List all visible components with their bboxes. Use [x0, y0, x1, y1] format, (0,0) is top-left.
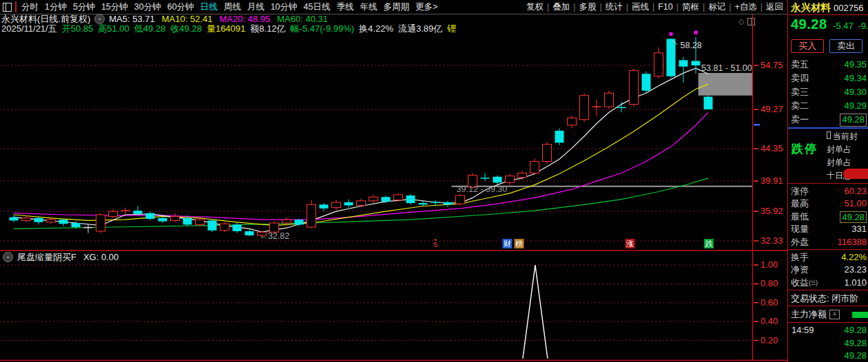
- svg-text:榜: 榜: [515, 239, 523, 248]
- seal-info-line: 封单占: [827, 156, 868, 169]
- stat-value: 23.23: [844, 264, 867, 276]
- stat-value: 331: [851, 223, 867, 235]
- svg-text:39.91: 39.91: [761, 175, 783, 186]
- main-force-row: 主力净额 ≡: [788, 308, 868, 321]
- ask-queue: 卖五49.35卖四49.34卖三49.30卖二49.29卖一49.28: [788, 58, 868, 127]
- time-sales: 14:5949.2849.2849.28: [788, 324, 868, 362]
- stat-row-现量: 现量331: [788, 223, 868, 235]
- seal-icon: [827, 131, 831, 139]
- sell-button[interactable]: 卖出: [829, 39, 862, 53]
- stats2-block: 换手4.22%净资23.23收益㈢1.010: [788, 251, 868, 289]
- ask-price: 49.30: [844, 85, 867, 99]
- stat-value: 116388: [838, 236, 867, 248]
- stat-label: 最高: [791, 198, 809, 210]
- seal-info-line: 当前封: [827, 130, 868, 143]
- stat-row-最低: 最低49.28: [788, 211, 868, 223]
- price-change-pct: -9.9: [858, 21, 868, 31]
- trade-status: 交易状态: 闭市阶: [788, 292, 868, 305]
- bid-ask-divider: [788, 127, 868, 129]
- ask-row-卖五[interactable]: 卖五49.35: [788, 58, 868, 72]
- stat-row-最高: 最高51.00: [788, 198, 868, 210]
- stat-row-净资: 净资23.23: [788, 264, 868, 276]
- svg-text:35.92: 35.92: [761, 206, 783, 216]
- tick-time: 14:59: [792, 324, 814, 337]
- stat-value: 4.22%: [841, 251, 867, 264]
- svg-text:32.33: 32.33: [761, 235, 783, 246]
- quote-panel: 49.28 -5.47 -9.9 买入 卖出 卖五49.35卖四49.34卖三4…: [787, 0, 868, 362]
- main-force-bar: [852, 312, 868, 318]
- ask-price: 49.28: [840, 114, 867, 127]
- svg-text:涨: 涨: [626, 239, 634, 248]
- svg-text:39.12 - 39.30: 39.12 - 39.30: [457, 184, 508, 194]
- last-price: 49.28: [791, 17, 827, 32]
- tick-price: 49.28: [844, 324, 867, 337]
- stat-value: 1.010: [844, 277, 867, 289]
- svg-text:58.28: 58.28: [681, 41, 702, 50]
- svg-text:53.81 - 51.00: 53.81 - 51.00: [701, 63, 752, 73]
- svg-text:财: 财: [504, 239, 511, 248]
- svg-text:44.35: 44.35: [761, 143, 783, 153]
- indicator-value: XG: 0.00: [83, 252, 118, 262]
- limit-down-block: 跌停 当前封封单占封单占十日总: [788, 129, 868, 182]
- stat-label: 外盘: [791, 236, 809, 248]
- svg-text:s: s: [433, 239, 437, 249]
- ask-row-卖二[interactable]: 卖二49.29: [788, 99, 868, 113]
- stat-label: 最低: [791, 211, 809, 223]
- seal-gauge-pill: [843, 169, 868, 179]
- ask-row-卖三[interactable]: 卖三49.30: [788, 85, 868, 99]
- price-change: -5.47: [833, 21, 854, 31]
- tick-row: 49.28: [788, 350, 868, 362]
- stat-label: 涨停: [791, 185, 809, 198]
- ask-price: 49.29: [844, 99, 867, 113]
- indicator-label-row: ⌄ 尾盘缩量阴买F XG: 0.00: [1, 252, 118, 262]
- ask-label: 卖一: [791, 113, 809, 127]
- svg-text:跌: 跌: [705, 239, 713, 248]
- tick-row: 14:5949.28: [788, 324, 868, 337]
- ask-label: 卖三: [791, 85, 809, 99]
- tdx-stock-app: 分时1分钟5分钟15分钟30分钟60分钟日线周线月线10分钟45日线季线年线多周…: [0, 0, 868, 362]
- ask-price: 49.34: [844, 72, 867, 85]
- svg-text:0.20: 0.20: [761, 335, 778, 345]
- stat-row-涨停: 涨停60.23: [788, 185, 868, 198]
- stat-label: 收益㈢: [791, 277, 818, 289]
- stat-row-收益㈢: 收益㈢1.010: [788, 277, 868, 289]
- svg-text:1.00: 1.00: [761, 259, 778, 270]
- ask-label: 卖二: [791, 99, 809, 113]
- tick-price: 49.28: [844, 350, 867, 362]
- buy-button[interactable]: 买入: [791, 39, 824, 53]
- tick-price: 49.28: [844, 337, 867, 350]
- price-row: 49.28 -5.47 -9.9: [788, 17, 868, 36]
- main-force-label: 主力净额: [791, 308, 827, 321]
- ask-row-卖四[interactable]: 卖四49.34: [788, 72, 868, 85]
- list-icon[interactable]: ≡: [829, 310, 840, 319]
- stat-label: 现量: [791, 223, 809, 235]
- stat-label: 净资: [791, 264, 809, 276]
- chevron-down-icon[interactable]: ⌄: [3, 252, 13, 262]
- stats-block: 涨停60.23最高51.00最低49.28现量331外盘116388: [788, 185, 868, 249]
- svg-text:0.60: 0.60: [761, 297, 778, 308]
- tick-row: 49.28: [788, 337, 868, 350]
- svg-text:0.40: 0.40: [761, 316, 778, 326]
- ask-row-卖一[interactable]: 卖一49.28: [788, 113, 868, 127]
- stat-label: 换手: [791, 251, 809, 264]
- limit-down-label: 跌停: [792, 141, 818, 157]
- stat-row-换手: 换手4.22%: [788, 251, 868, 264]
- indicator-name: 尾盘缩量阴买F: [17, 252, 76, 262]
- order-buttons: 买入 卖出: [788, 37, 868, 55]
- ask-label: 卖五: [791, 58, 809, 72]
- svg-text:49.27: 49.27: [761, 104, 783, 114]
- kline-chart[interactable]: 54.7549.2744.3539.9135.9232.331.000.800.…: [0, 0, 787, 362]
- stat-value: 51.00: [844, 198, 867, 210]
- stat-row-外盘: 外盘116388: [788, 236, 868, 248]
- seal-info-line: 封单占: [827, 143, 868, 156]
- stat-value: 60.23: [844, 185, 867, 198]
- ask-label: 卖四: [791, 72, 809, 85]
- svg-text:54.75: 54.75: [761, 60, 783, 70]
- ask-price: 49.35: [844, 58, 867, 72]
- stat-value: 49.28: [840, 211, 867, 223]
- svg-text:0.80: 0.80: [761, 278, 778, 288]
- svg-text:←32.82: ←32.82: [259, 231, 289, 241]
